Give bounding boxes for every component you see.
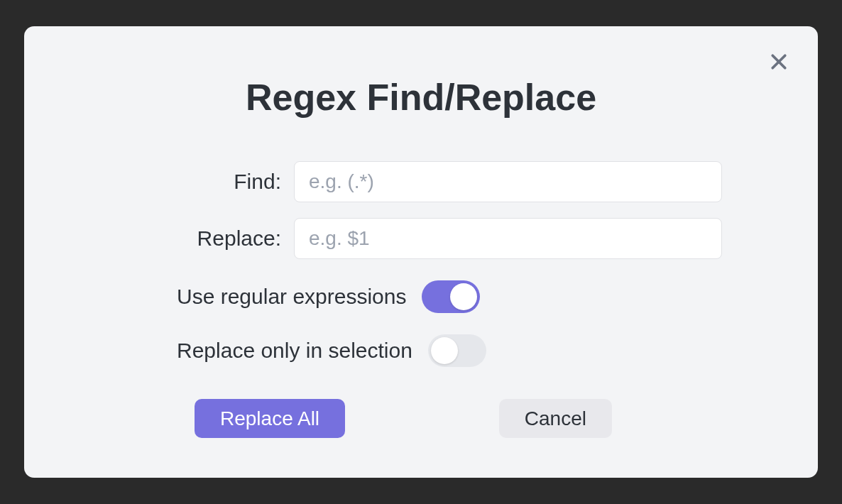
toggle-knob	[450, 283, 477, 310]
replace-label: Replace:	[53, 226, 294, 251]
find-row: Find:	[53, 161, 789, 202]
replace-input[interactable]	[294, 218, 722, 259]
dialog-title: Regex Find/Replace	[53, 76, 789, 119]
button-row: Replace All Cancel	[53, 399, 789, 438]
use-regex-row: Use regular expressions	[53, 280, 789, 313]
use-regex-label: Use regular expressions	[177, 285, 406, 309]
selection-only-label: Replace only in selection	[177, 339, 412, 363]
cancel-button[interactable]: Cancel	[499, 399, 612, 438]
find-input[interactable]	[294, 161, 722, 202]
close-icon	[768, 51, 789, 72]
toggle-knob	[431, 337, 458, 364]
find-replace-dialog: Regex Find/Replace Find: Replace: Use re…	[24, 26, 818, 478]
selection-only-row: Replace only in selection	[53, 334, 789, 367]
selection-only-toggle[interactable]	[428, 334, 486, 367]
use-regex-toggle[interactable]	[422, 280, 480, 313]
find-label: Find:	[53, 170, 294, 194]
close-button[interactable]	[765, 48, 793, 76]
replace-all-button[interactable]: Replace All	[195, 399, 345, 438]
replace-row: Replace:	[53, 218, 789, 259]
